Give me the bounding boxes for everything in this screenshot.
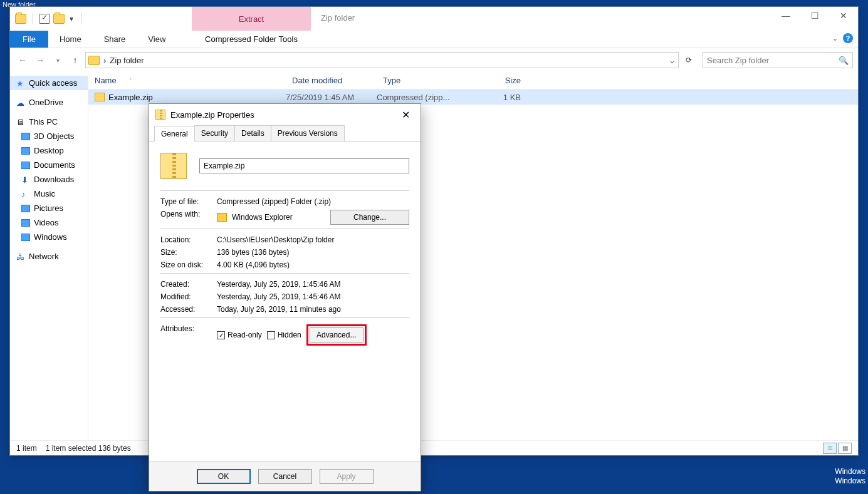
value-opens-with: Windows Explorer bbox=[232, 213, 293, 222]
tab-security[interactable]: Security bbox=[194, 125, 235, 141]
advanced-highlight: Advanced... bbox=[306, 324, 367, 346]
sidebar-item-label: Music bbox=[34, 189, 55, 198]
sidebar-item-label: Network bbox=[29, 252, 59, 261]
folder-icon bbox=[21, 162, 30, 169]
windows-explorer-icon bbox=[217, 213, 227, 222]
label-opens-with: Opens with: bbox=[160, 210, 217, 225]
label-location: Location: bbox=[160, 235, 217, 244]
search-icon[interactable]: 🔍 bbox=[839, 56, 849, 65]
address-bar[interactable]: › Zip folder ⌄ bbox=[85, 52, 679, 68]
sidebar-item-label: This PC bbox=[29, 117, 58, 126]
checkbox-icon bbox=[267, 331, 275, 339]
pc-icon: 🖥 bbox=[16, 118, 25, 126]
qat-customize-icon[interactable]: ▾ bbox=[68, 16, 75, 22]
sidebar-item-videos[interactable]: Videos bbox=[10, 215, 88, 230]
ribbon-collapse-icon[interactable]: ⌄ bbox=[832, 34, 838, 43]
contextual-tab-extract[interactable]: Extract bbox=[192, 7, 311, 31]
tab-view[interactable]: View bbox=[137, 31, 177, 48]
tab-file[interactable]: File bbox=[10, 31, 48, 48]
sidebar-item-label: Windows bbox=[34, 232, 67, 242]
network-icon: 🖧 bbox=[16, 252, 25, 261]
watermark-line: Windows bbox=[835, 467, 865, 477]
view-large-button[interactable]: ▦ bbox=[838, 443, 852, 454]
ribbon-tabs: File Home Share View Compressed Folder T… bbox=[10, 31, 858, 48]
breadcrumb-segment[interactable]: Zip folder bbox=[110, 56, 144, 65]
back-button[interactable]: ← bbox=[15, 53, 30, 68]
separator bbox=[160, 229, 409, 229]
folder-icon bbox=[15, 14, 26, 24]
advanced-button[interactable]: Advanced... bbox=[310, 327, 363, 342]
value-modified: Yesterday, ‎July ‎25, ‎2019, ‏‎1:45:46 A… bbox=[217, 292, 409, 301]
file-size: 1 KB bbox=[468, 93, 527, 102]
view-details-button[interactable]: ☰ bbox=[823, 443, 837, 454]
filename-input[interactable] bbox=[199, 158, 409, 173]
tab-compressed-folder-tools[interactable]: Compressed Folder Tools bbox=[192, 31, 311, 48]
minimize-button[interactable]: ― bbox=[771, 7, 800, 24]
separator bbox=[33, 13, 33, 24]
column-name[interactable]: Name˄ bbox=[88, 76, 286, 85]
sort-indicator-icon: ˄ bbox=[129, 78, 132, 84]
sidebar-item-label: Quick access bbox=[29, 78, 77, 88]
search-box[interactable]: 🔍 bbox=[703, 52, 853, 68]
sidebar-item-desktop[interactable]: Desktop bbox=[10, 143, 88, 158]
hidden-checkbox[interactable]: Hidden bbox=[267, 331, 301, 339]
star-icon: ★ bbox=[16, 79, 25, 88]
apply-button[interactable]: Apply bbox=[320, 469, 374, 484]
properties-icon[interactable] bbox=[39, 14, 50, 24]
sidebar-item-downloads[interactable]: ⬇Downloads bbox=[10, 172, 88, 187]
status-selection: 1 item selected 136 bytes bbox=[46, 444, 131, 453]
sidebar-item-network[interactable]: 🖧Network bbox=[10, 249, 88, 264]
close-button[interactable]: ✕ bbox=[397, 107, 414, 122]
value-accessed: Today, ‎July ‎26, ‎2019, ‏‎11 minutes ag… bbox=[217, 305, 409, 314]
zip-file-icon bbox=[95, 93, 105, 101]
watermark-line: Windows bbox=[835, 476, 865, 486]
properties-title: Example.zip Properties bbox=[170, 110, 254, 120]
up-button[interactable]: ↑ bbox=[68, 53, 83, 68]
zip-file-icon bbox=[160, 153, 187, 179]
forward-button[interactable]: → bbox=[33, 53, 48, 68]
maximize-button[interactable]: ☐ bbox=[800, 7, 829, 24]
sidebar-item-documents[interactable]: Documents bbox=[10, 158, 88, 172]
tab-general[interactable]: General bbox=[154, 126, 195, 142]
column-date[interactable]: Date modified bbox=[286, 76, 377, 85]
column-type[interactable]: Type bbox=[377, 76, 468, 85]
tab-home[interactable]: Home bbox=[48, 31, 93, 48]
checkbox-icon: ✓ bbox=[217, 331, 225, 339]
sidebar-item-quick-access[interactable]: ★ Quick access bbox=[10, 76, 88, 90]
explorer-body: ★ Quick access ☁ OneDrive 🖥 This PC 3D O… bbox=[10, 72, 858, 440]
tab-previous-versions[interactable]: Previous Versions bbox=[271, 125, 345, 141]
sidebar-item-label: OneDrive bbox=[29, 98, 63, 107]
address-dropdown-icon[interactable]: ⌄ bbox=[669, 56, 676, 65]
close-button[interactable]: ✕ bbox=[829, 7, 858, 24]
sidebar-item-music[interactable]: ♪Music bbox=[10, 187, 88, 201]
file-date: 7/25/2019 1:45 AM bbox=[286, 93, 377, 102]
label-type-of-file: Type of file: bbox=[160, 197, 217, 206]
sidebar-item-onedrive[interactable]: ☁ OneDrive bbox=[10, 95, 88, 110]
navigation-row: ← → ▾ ↑ › Zip folder ⌄ ⟳ 🔍 bbox=[10, 48, 858, 72]
sidebar-item-this-pc[interactable]: 🖥 This PC bbox=[10, 115, 88, 129]
sidebar-item-pictures[interactable]: Pictures bbox=[10, 201, 88, 215]
new-folder-icon[interactable] bbox=[53, 14, 65, 24]
folder-icon bbox=[21, 147, 30, 155]
properties-tabs: General Security Details Previous Versio… bbox=[149, 125, 421, 142]
file-row[interactable]: Example.zip 7/25/2019 1:45 AM Compressed… bbox=[88, 90, 858, 105]
refresh-button[interactable]: ⟳ bbox=[681, 52, 696, 68]
help-icon[interactable]: ? bbox=[843, 33, 853, 43]
readonly-label: Read-only bbox=[227, 331, 262, 339]
column-size[interactable]: Size bbox=[468, 76, 527, 85]
tab-details[interactable]: Details bbox=[234, 125, 271, 141]
sidebar-item-windows[interactable]: Windows bbox=[10, 230, 88, 244]
value-created: Yesterday, ‎July ‎25, ‎2019, ‏‎1:45:46 A… bbox=[217, 280, 409, 289]
drive-icon bbox=[21, 234, 30, 241]
value-type-of-file: Compressed (zipped) Folder (.zip) bbox=[217, 197, 409, 206]
search-input[interactable] bbox=[707, 56, 839, 65]
ok-button[interactable]: OK bbox=[197, 469, 251, 484]
properties-body: Type of file:Compressed (zipped) Folder … bbox=[149, 142, 421, 461]
sidebar-item-3d-objects[interactable]: 3D Objects bbox=[10, 129, 88, 143]
tab-share[interactable]: Share bbox=[93, 31, 137, 48]
recent-locations-icon[interactable]: ▾ bbox=[50, 53, 65, 68]
change-button[interactable]: Change... bbox=[330, 210, 409, 225]
readonly-checkbox[interactable]: ✓Read-only bbox=[217, 331, 262, 339]
cancel-button[interactable]: Cancel bbox=[258, 469, 312, 484]
label-created: Created: bbox=[160, 280, 217, 289]
